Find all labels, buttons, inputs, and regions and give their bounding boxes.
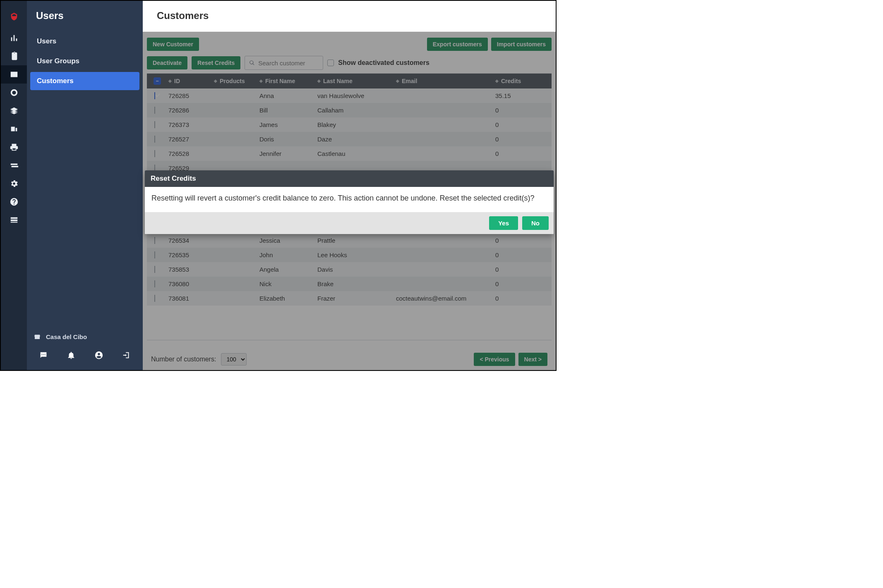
row-checkbox[interactable]	[154, 280, 155, 287]
cell-id: 726286	[167, 107, 212, 114]
cell-credits: 35.15	[494, 92, 552, 99]
row-checkbox[interactable]	[154, 92, 155, 99]
icon-rail	[1, 1, 27, 370]
account-icon[interactable]	[90, 348, 108, 363]
cell-first-name: Elizabeth	[258, 295, 316, 302]
table-row[interactable]: 735853 Angela Davis 0	[147, 262, 552, 277]
new-customer-button[interactable]: New Customer	[147, 38, 199, 51]
col-id[interactable]: ◆ID	[167, 78, 212, 84]
users-icon[interactable]	[1, 65, 27, 84]
row-checkbox[interactable]	[154, 150, 155, 157]
cell-id: 726527	[167, 136, 212, 143]
cell-last-name: Lee Hooks	[316, 251, 394, 258]
cell-credits: 0	[494, 280, 552, 287]
table-row[interactable]: 726534 Jessica Prattle 0	[147, 233, 552, 248]
dashboard-icon[interactable]	[1, 29, 27, 47]
cell-credits: 0	[494, 251, 552, 258]
cell-id: 726535	[167, 251, 212, 258]
deactivate-button[interactable]: Deactivate	[147, 56, 187, 69]
cell-first-name: Jessica	[258, 237, 316, 244]
col-credits[interactable]: ◆Credits	[494, 78, 552, 84]
table-row[interactable]: 726528 Jennifer Castlenau 0	[147, 146, 552, 161]
cell-id: 726534	[167, 237, 212, 244]
col-first-name[interactable]: ◆First Name	[258, 78, 316, 84]
sidebar: Users Users User Groups Customers Casa d…	[27, 1, 143, 370]
cell-credits: 0	[494, 266, 552, 273]
restaurant-icon[interactable]	[1, 84, 27, 102]
server-icon[interactable]	[1, 211, 27, 229]
cell-last-name: Daze	[316, 136, 394, 143]
cell-first-name: Jennifer	[258, 150, 316, 157]
table-row[interactable]: 726535 John Lee Hooks 0	[147, 248, 552, 262]
table-row[interactable]: 736080 Nick Brake 0	[147, 277, 552, 291]
page-title: Customers	[157, 10, 542, 22]
export-customers-button[interactable]: Export customers	[427, 38, 488, 51]
cell-last-name: Brake	[316, 280, 394, 287]
devices-icon[interactable]	[1, 120, 27, 138]
cell-id: 736081	[167, 295, 212, 302]
clipboard-icon[interactable]	[1, 47, 27, 65]
show-deactivated-toggle[interactable]: Show deactivated customers	[327, 59, 430, 67]
cell-credits: 0	[494, 121, 552, 128]
layers-icon[interactable]	[1, 102, 27, 120]
printer-icon[interactable]	[1, 138, 27, 156]
previous-page-button[interactable]: < Previous	[474, 353, 515, 366]
table-header: − ◆ID ◆Products ◆First Name ◆Last Name ◆…	[147, 74, 552, 88]
sidebar-item-user-groups[interactable]: User Groups	[30, 52, 139, 70]
table-row[interactable]: 726286 Bill Callaham 0	[147, 103, 552, 117]
table-row[interactable]: 726373 James Blakey 0	[147, 117, 552, 132]
gear-icon[interactable]	[1, 174, 27, 193]
cell-id: 726373	[167, 121, 212, 128]
page-size-label: Number of customers:	[151, 356, 216, 363]
row-checkbox[interactable]	[154, 136, 155, 143]
col-products[interactable]: ◆Products	[212, 78, 258, 84]
cell-first-name: Nick	[258, 280, 316, 287]
import-customers-button[interactable]: Import customers	[491, 38, 552, 51]
svg-point-1	[43, 354, 44, 355]
table-row[interactable]: 726285 Anna van Hauslewolve 35.15	[147, 88, 552, 103]
search-icon	[249, 60, 255, 66]
search-wrap	[245, 56, 323, 70]
page-size-select[interactable]: 100	[221, 353, 247, 366]
show-deactivated-checkbox[interactable]	[327, 60, 334, 66]
sidebar-item-users[interactable]: Users	[30, 32, 139, 50]
chat-icon[interactable]	[34, 348, 53, 363]
reset-credits-button[interactable]: Reset Credits	[192, 56, 240, 69]
cell-first-name: Angela	[258, 266, 316, 273]
row-checkbox[interactable]	[154, 295, 155, 302]
cell-last-name: Davis	[316, 266, 394, 273]
row-checkbox[interactable]	[154, 266, 155, 273]
cell-first-name: Bill	[258, 107, 316, 114]
select-all-checkbox[interactable]: −	[154, 77, 161, 85]
cell-last-name: Prattle	[316, 237, 394, 244]
modal-footer: Yes No	[145, 212, 554, 234]
table-row[interactable]: 726527 Doris Daze 0	[147, 132, 552, 146]
cell-first-name: John	[258, 251, 316, 258]
payments-icon[interactable]	[1, 156, 27, 174]
filter-toolbar: Deactivate Reset Credits Show deactivate…	[143, 56, 556, 73]
logout-icon[interactable]	[118, 348, 136, 363]
store-indicator[interactable]: Casa del Cibo	[27, 327, 143, 340]
col-email[interactable]: ◆Email	[394, 78, 494, 84]
store-icon	[34, 333, 41, 340]
modal-body: Resetting will revert a customer's credi…	[145, 187, 554, 212]
row-checkbox[interactable]	[154, 107, 155, 114]
logo-icon[interactable]	[1, 7, 27, 26]
modal-yes-button[interactable]: Yes	[489, 216, 518, 230]
col-last-name[interactable]: ◆Last Name	[316, 78, 394, 84]
next-page-button[interactable]: Next >	[518, 353, 547, 366]
row-checkbox[interactable]	[154, 237, 155, 244]
table-footer: Number of customers: 100 < Previous Next…	[147, 340, 552, 370]
main-content: Customers New Customer Export customers …	[143, 1, 556, 370]
sidebar-title: Users	[27, 1, 143, 29]
svg-point-0	[41, 354, 42, 355]
help-icon[interactable]	[1, 193, 27, 211]
search-input[interactable]	[258, 60, 319, 67]
page-header: Customers	[143, 1, 556, 32]
modal-no-button[interactable]: No	[522, 216, 549, 230]
sidebar-item-customers[interactable]: Customers	[30, 72, 139, 90]
row-checkbox[interactable]	[154, 121, 155, 128]
row-checkbox[interactable]	[154, 251, 155, 258]
table-row[interactable]: 736081 Elizabeth Frazer cocteautwins@ema…	[147, 291, 552, 306]
bell-icon[interactable]	[62, 348, 80, 363]
